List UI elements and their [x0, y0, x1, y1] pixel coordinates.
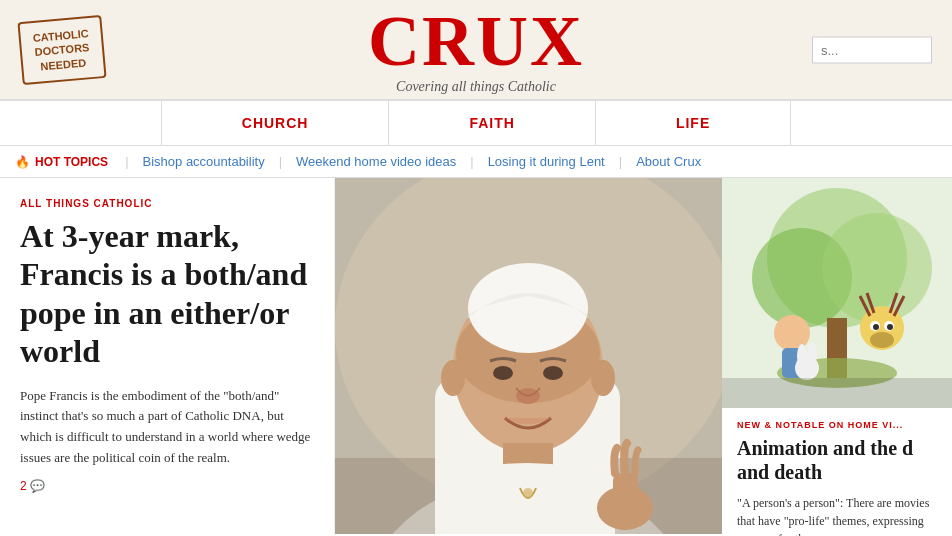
svg-point-21: [822, 213, 932, 323]
svg-rect-35: [722, 378, 952, 408]
search-input[interactable]: [812, 36, 932, 63]
site-logo[interactable]: CRUX: [368, 5, 584, 77]
search-area[interactable]: [812, 36, 932, 63]
svg-point-33: [797, 344, 807, 368]
svg-point-6: [468, 263, 588, 353]
fire-icon: 🔥: [15, 155, 30, 169]
hot-topic-lent[interactable]: Losing it during Lent: [488, 154, 605, 169]
nav-item-faith[interactable]: FAITH: [389, 101, 595, 145]
svg-point-11: [591, 360, 615, 396]
right-headline-text: Animation and the dand death: [737, 437, 913, 483]
svg-point-8: [543, 366, 563, 380]
main-article-body: Pope Francis is the embodiment of the "b…: [20, 386, 314, 469]
nav-item-church[interactable]: CHURCH: [161, 101, 390, 145]
right-article-image: [722, 178, 952, 408]
separator: |: [470, 154, 473, 169]
main-article-headline[interactable]: At 3-year mark, Francis is a both/and po…: [20, 217, 314, 371]
main-navigation: CHURCH FAITH LIFE: [0, 100, 952, 146]
svg-point-24: [774, 315, 810, 351]
svg-point-13: [523, 488, 533, 498]
svg-point-31: [887, 324, 893, 330]
separator: |: [619, 154, 622, 169]
hot-topics-label: 🔥 HOT TOPICS: [15, 155, 108, 169]
svg-point-27: [870, 332, 894, 348]
article-section-label: ALL THINGS CATHOLIC: [20, 198, 314, 209]
right-section-label: NEW & NOTABLE ON HOME VI...: [737, 420, 937, 430]
pope-illustration: [335, 178, 722, 534]
comment-count[interactable]: 2 💬: [20, 479, 314, 493]
svg-rect-17: [613, 473, 638, 513]
svg-point-7: [493, 366, 513, 380]
svg-rect-14: [335, 458, 435, 534]
ad-badge[interactable]: CATHOLIC DOCTORS NEEDED: [20, 18, 104, 81]
site-tagline: Covering all things Catholic: [368, 79, 584, 95]
right-article-text: NEW & NOTABLE ON HOME VI... Animation an…: [722, 408, 952, 536]
svg-point-10: [441, 360, 465, 396]
content-area: ALL THINGS CATHOLIC At 3-year mark, Fran…: [0, 178, 952, 536]
separator: |: [125, 154, 128, 169]
main-article-column: ALL THINGS CATHOLIC At 3-year mark, Fran…: [0, 178, 335, 536]
separator: |: [279, 154, 282, 169]
right-article-body: "A person's a person": There are movies …: [737, 494, 937, 536]
svg-point-34: [807, 342, 817, 366]
hot-topics-bar: 🔥 HOT TOPICS | Bishop accountability | W…: [0, 146, 952, 178]
hot-topic-bishop[interactable]: Bishop accountability: [143, 154, 265, 169]
main-image-column: [335, 178, 722, 536]
right-article-headline[interactable]: Animation and the dand death: [737, 436, 937, 484]
site-header: CATHOLIC DOCTORS NEEDED CRUX Covering al…: [0, 0, 952, 100]
pope-image: [335, 178, 722, 534]
nav-item-life[interactable]: LIFE: [596, 101, 791, 145]
logo-area: CRUX Covering all things Catholic: [368, 5, 584, 95]
animation-illustration: [722, 178, 952, 408]
hot-topic-video[interactable]: Weekend home video ideas: [296, 154, 456, 169]
hot-topic-about[interactable]: About Crux: [636, 154, 701, 169]
svg-point-30: [873, 324, 879, 330]
right-article-column: NEW & NOTABLE ON HOME VI... Animation an…: [722, 178, 952, 536]
catholic-doctors-ad[interactable]: CATHOLIC DOCTORS NEEDED: [17, 15, 106, 85]
